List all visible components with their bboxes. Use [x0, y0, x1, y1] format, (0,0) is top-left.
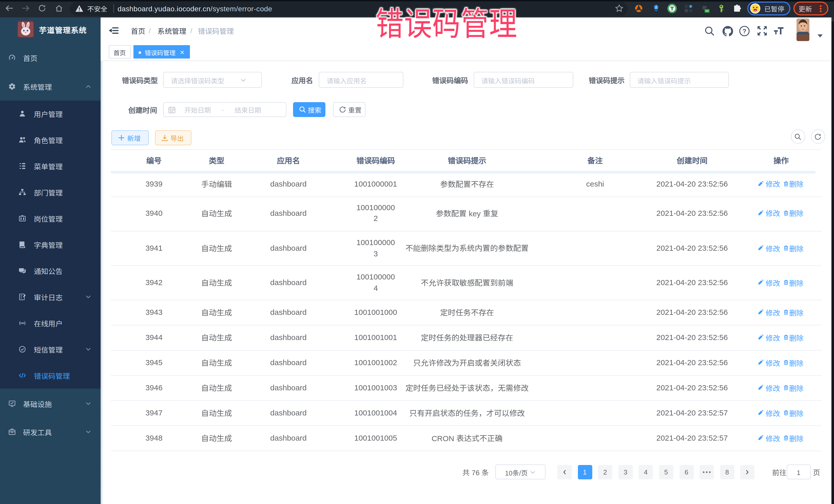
svg-text:?: ?: [742, 27, 746, 35]
svg-text:on: on: [705, 9, 708, 12]
